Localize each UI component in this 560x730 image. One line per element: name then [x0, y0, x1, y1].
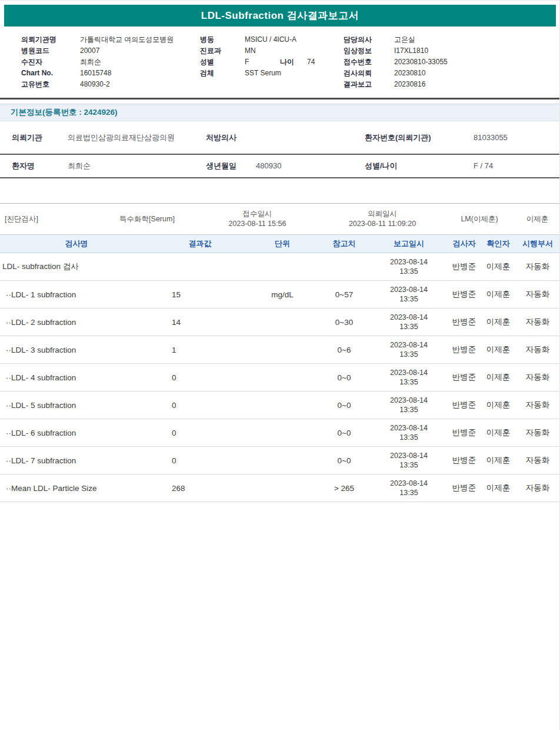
reference-range: 0~0 [318, 391, 371, 419]
header-field: 병원코드20007 [21, 45, 200, 57]
field-value: MSICU / 4ICU-A [245, 34, 296, 45]
unit [247, 364, 318, 391]
tester-name: 반병준 [447, 308, 481, 336]
reference-range: 0~57 [318, 281, 371, 308]
birthdate-label: 생년월일 [194, 154, 256, 178]
col-header-reference: 참고치 [318, 235, 371, 253]
test-name: ··LDL- 4 subfraction [0, 364, 153, 391]
confirmer-name: 이제훈 [481, 474, 515, 502]
receipt-value: 2023-08-11 15:56 [229, 219, 286, 229]
field-value: 20230810-33055 [394, 57, 448, 68]
tester-name: 반병준 [447, 474, 481, 502]
request-label: 의뢰일시 [368, 209, 397, 219]
receipt-label: 접수일시 [243, 209, 272, 219]
result-value: 268 [153, 474, 247, 502]
tester-name: 반병준 [447, 419, 481, 447]
header-field: 접수번호20230810-33055 [344, 57, 555, 68]
basic-info-title: 기본정보(등록번호 : 2424926) [11, 107, 118, 118]
test-name: ··LDL- 5 subfraction [0, 391, 153, 419]
confirmer-name: 이제훈 [481, 336, 515, 364]
reference-range: 0~0 [318, 364, 371, 391]
test-name: ··LDL- 2 subfraction [0, 308, 153, 336]
receipt-datetime: 접수일시 2023-08-11 15:56 [194, 209, 321, 229]
header-field: 성별F나이74 [200, 57, 344, 68]
field-label: 고유번호 [21, 79, 80, 90]
sex-age-value: F / 74 [474, 154, 560, 178]
field-label: 수진자 [21, 57, 80, 68]
result-value: 0 [153, 447, 247, 474]
test-name: ··LDL- 6 subfraction [0, 419, 153, 447]
col-header-result: 결과값 [153, 235, 247, 253]
header-field: 의뢰기관명가톨릭대학교 여의도성모병원 [21, 34, 200, 45]
field-label: 진료과 [200, 45, 245, 57]
col-header-reported: 보고일시 [371, 235, 447, 253]
birthdate-value: 480930 [256, 154, 353, 178]
header-field: 검체SST Serum [200, 68, 344, 79]
field-value: 20007 [80, 45, 99, 57]
report-datetime: 2023-08-14 13:35 [371, 474, 447, 502]
reference-range [318, 253, 371, 281]
field-value: 최희순 [80, 57, 101, 68]
field-value: MN [245, 45, 256, 57]
result-row: ··LDL- 6 subfraction00~02023-08-14 13:35… [0, 419, 560, 447]
field-value: 가톨릭대학교 여의도성모병원 [80, 34, 174, 45]
department: 자동화 [515, 336, 560, 364]
results-header-row: 검사명 결과값 단위 참고치 보고일시 검사자 확인자 시행부서 [0, 235, 560, 253]
department: 자동화 [515, 474, 560, 502]
field-value: 480930-2 [80, 79, 110, 90]
test-name: LDL- subfraction 검사 [0, 253, 153, 281]
result-row: ··LDL- 2 subfraction140~302023-08-14 13:… [0, 308, 560, 336]
tester-name: 반병준 [447, 447, 481, 474]
tester-name: 반병준 [447, 281, 481, 308]
header-col-1: 의뢰기관명가톨릭대학교 여의도성모병원병원코드20007수진자최희순Chart … [21, 34, 200, 90]
field-label: 나이 [280, 57, 307, 68]
reference-range: > 265 [318, 474, 371, 502]
result-row: ··Mean LDL- Particle Size268> 2652023-08… [0, 474, 560, 502]
col-header-unit: 단위 [247, 235, 318, 253]
field-label: 병원코드 [21, 45, 80, 57]
department: 자동화 [515, 447, 560, 474]
test-name: ··LDL- 7 subfraction [0, 447, 153, 474]
department: 자동화 [515, 419, 560, 447]
col-header-confirmer: 확인자 [481, 235, 515, 253]
field-label: 의뢰기관명 [21, 34, 80, 45]
results-table: 검사명 결과값 단위 참고치 보고일시 검사자 확인자 시행부서 LDL- su… [0, 234, 560, 502]
department: 자동화 [515, 391, 560, 419]
col-header-tester: 검사자 [447, 235, 481, 253]
report-title-bar: LDL-Subfraction 검사결과보고서 [4, 5, 556, 26]
reference-range: 0~0 [318, 447, 371, 474]
results-tbody: LDL- subfraction 검사2023-08-14 13:35반병준이제… [0, 253, 560, 502]
header-field: 병동MSICU / 4ICU-A [200, 34, 344, 45]
field-label: 성별 [200, 57, 245, 68]
header-col-2: 병동MSICU / 4ICU-A진료과MN성별F나이74검체SST Serum [200, 34, 344, 90]
confirmer-name: 이제훈 [481, 447, 515, 474]
section-divider [0, 98, 560, 99]
field-value: F [245, 57, 280, 68]
unit [247, 308, 318, 336]
field-label: 접수번호 [344, 57, 394, 68]
result-row: ··LDL- 1 subfraction15mg/dL0~572023-08-1… [0, 281, 560, 308]
header-field: 고유번호480930-2 [21, 79, 200, 90]
header-field: 임상정보I17XL1810 [344, 45, 555, 57]
unit [247, 253, 318, 281]
prescribing-doctor-value [256, 121, 353, 154]
test-name: ··LDL- 1 subfraction [0, 281, 153, 308]
exam-category: [진단검사] [0, 214, 100, 224]
field-value: SST Serum [245, 68, 281, 79]
report-page: LDL-Subfraction 검사결과보고서 의뢰기관명가톨릭대학교 여의도성… [0, 1, 560, 502]
request-value: 2023-08-11 11:09:20 [349, 219, 416, 229]
header-field: 진료과MN [200, 45, 344, 57]
col-header-department: 시행부서 [515, 235, 560, 253]
tester-name: 반병준 [447, 364, 481, 391]
field-label: 임상정보 [344, 45, 394, 57]
department: 자동화 [515, 308, 560, 336]
field-label: 결과보고 [344, 79, 394, 90]
header-field: Chart No.16015748 [21, 68, 200, 79]
report-datetime: 2023-08-14 13:35 [371, 336, 447, 364]
result-value: 1 [153, 336, 247, 364]
report-datetime: 2023-08-14 13:35 [371, 308, 447, 336]
result-value: 0 [153, 391, 247, 419]
reader-name: 이제훈 [515, 214, 560, 224]
tester-name: 반병준 [447, 391, 481, 419]
confirmer-name: 이제훈 [481, 364, 515, 391]
